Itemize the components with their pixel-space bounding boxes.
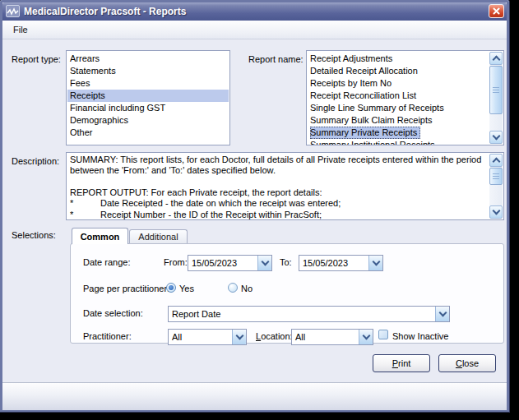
list-item[interactable]: Receipt Adjustments xyxy=(308,53,489,65)
list-item[interactable]: Summary Institutional Receipts xyxy=(308,139,489,145)
list-item[interactable]: Statements xyxy=(67,65,229,77)
page-per-practitioner-label: Page per practitioner: xyxy=(83,284,169,293)
description-scrollbar[interactable] xyxy=(489,154,503,219)
chevron-down-icon[interactable] xyxy=(232,330,246,344)
list-item[interactable]: Receipt Reconciliation List xyxy=(308,90,489,102)
menubar: File xyxy=(2,21,507,39)
date-from-value: 15/05/2023 xyxy=(192,258,237,268)
list-item-selected[interactable]: Summary Private Receipts xyxy=(310,127,420,139)
to-label: To: xyxy=(280,257,292,267)
scrollbar-thumb[interactable] xyxy=(489,168,503,185)
list-item[interactable]: Receipts by Item No xyxy=(308,77,489,90)
scroll-up-icon[interactable] xyxy=(489,154,503,167)
tab-common[interactable]: Common xyxy=(72,228,128,244)
location-value: All xyxy=(295,332,305,342)
description-text: SUMMARY: This report lists, for each Doc… xyxy=(70,155,487,220)
practitioner-dropdown[interactable]: All xyxy=(168,329,247,345)
location-dropdown[interactable]: All xyxy=(291,329,373,345)
menu-file[interactable]: File xyxy=(9,21,32,39)
scroll-down-icon[interactable] xyxy=(489,131,503,144)
print-button[interactable]: Print xyxy=(373,354,430,372)
report-name-label: Report name: xyxy=(248,54,304,64)
selections-label: Selections: xyxy=(12,230,56,240)
report-type-label: Report type: xyxy=(12,54,61,64)
radio-no-label[interactable]: No xyxy=(241,284,253,293)
description-box[interactable]: SUMMARY: This report lists, for each Doc… xyxy=(66,152,504,220)
window-title: MedicalDirector Pracsoft - Reports xyxy=(24,2,186,21)
description-label: Description: xyxy=(12,156,59,166)
radio-yes[interactable] xyxy=(166,283,176,293)
chevron-down-icon[interactable] xyxy=(359,330,373,344)
chevron-down-icon[interactable] xyxy=(368,256,382,270)
list-item[interactable]: Demographics xyxy=(67,114,229,127)
list-item[interactable]: Detailed Receipt Allocation xyxy=(308,65,489,77)
list-item[interactable]: Arrears xyxy=(67,53,229,65)
date-from-picker[interactable]: 15/05/2023 xyxy=(188,255,272,271)
app-icon xyxy=(6,5,20,17)
scroll-down-icon[interactable] xyxy=(489,205,503,219)
close-icon xyxy=(493,7,500,15)
report-type-listbox[interactable]: Arrears Statements Fees Receipts Financi… xyxy=(66,50,230,145)
show-inactive-checkbox[interactable] xyxy=(378,330,388,339)
selections-panel: Date range: From: 15/05/2023 To: 15/05/2… xyxy=(70,243,504,344)
report-name-scrollbar[interactable] xyxy=(489,52,503,144)
chevron-down-icon[interactable] xyxy=(435,307,449,321)
list-item[interactable]: Single Line Summary of Receipts xyxy=(308,102,489,114)
chevron-down-icon[interactable] xyxy=(257,256,271,270)
list-item[interactable]: Financial including GST xyxy=(67,102,229,114)
list-item-selected[interactable]: Receipts xyxy=(67,90,229,102)
close-window-button[interactable] xyxy=(489,4,504,18)
status-strip xyxy=(2,382,507,410)
practitioner-label: Practitioner: xyxy=(83,331,132,341)
scrollbar-thumb[interactable] xyxy=(489,66,503,114)
date-to-picker[interactable]: 15/05/2023 xyxy=(299,255,383,271)
reports-dialog-window: MedicalDirector Pracsoft - Reports File … xyxy=(0,0,509,412)
report-name-listbox[interactable]: Receipt Adjustments Detailed Receipt All… xyxy=(306,50,504,145)
date-selection-label: Date selection: xyxy=(83,308,143,318)
list-item[interactable]: Fees xyxy=(67,77,229,90)
location-label: Location: xyxy=(256,331,293,341)
scroll-up-icon[interactable] xyxy=(489,52,503,65)
date-selection-dropdown[interactable]: Report Date xyxy=(168,306,450,322)
practitioner-value: All xyxy=(172,332,182,342)
radio-no[interactable] xyxy=(228,283,238,293)
date-range-label: Date range: xyxy=(83,257,130,267)
from-label: From: xyxy=(164,257,188,267)
tab-additional[interactable]: Additional xyxy=(129,229,188,244)
list-item[interactable]: Summary Bulk Claim Receipts xyxy=(308,114,489,127)
show-inactive-label[interactable]: Show Inactive xyxy=(392,331,448,341)
radio-yes-label[interactable]: Yes xyxy=(179,284,194,293)
date-selection-value: Report Date xyxy=(172,309,220,319)
close-button[interactable]: Close xyxy=(438,354,496,372)
titlebar[interactable]: MedicalDirector Pracsoft - Reports xyxy=(2,2,507,21)
list-item[interactable]: Other xyxy=(67,127,229,139)
date-to-value: 15/05/2023 xyxy=(303,258,348,268)
